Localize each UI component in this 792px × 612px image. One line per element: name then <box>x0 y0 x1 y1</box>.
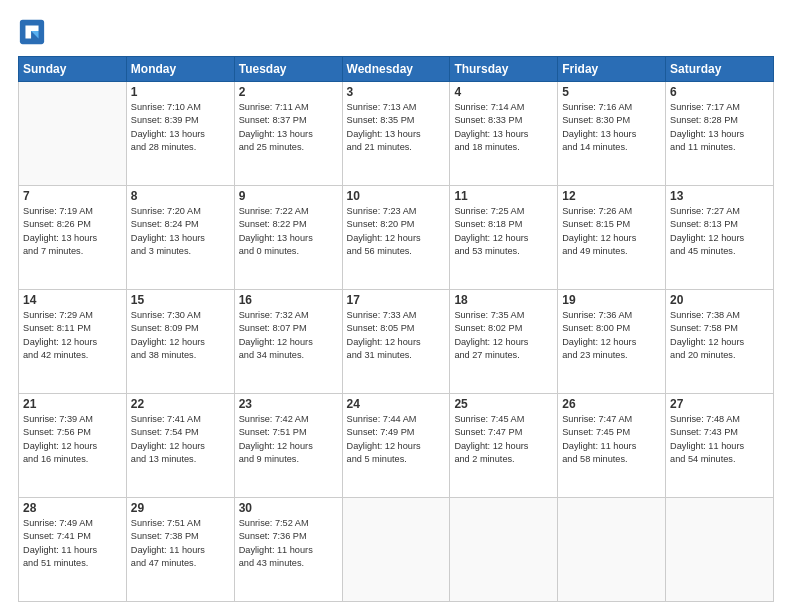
calendar-cell: 29Sunrise: 7:51 AM Sunset: 7:38 PM Dayli… <box>126 498 234 602</box>
calendar-cell: 23Sunrise: 7:42 AM Sunset: 7:51 PM Dayli… <box>234 394 342 498</box>
day-info: Sunrise: 7:32 AM Sunset: 8:07 PM Dayligh… <box>239 309 338 362</box>
day-info: Sunrise: 7:38 AM Sunset: 7:58 PM Dayligh… <box>670 309 769 362</box>
day-number: 21 <box>23 397 122 411</box>
day-info: Sunrise: 7:10 AM Sunset: 8:39 PM Dayligh… <box>131 101 230 154</box>
calendar-cell: 4Sunrise: 7:14 AM Sunset: 8:33 PM Daylig… <box>450 82 558 186</box>
day-number: 23 <box>239 397 338 411</box>
day-info: Sunrise: 7:47 AM Sunset: 7:45 PM Dayligh… <box>562 413 661 466</box>
day-number: 26 <box>562 397 661 411</box>
calendar-cell: 14Sunrise: 7:29 AM Sunset: 8:11 PM Dayli… <box>19 290 127 394</box>
day-number: 3 <box>347 85 446 99</box>
day-number: 11 <box>454 189 553 203</box>
calendar-cell: 16Sunrise: 7:32 AM Sunset: 8:07 PM Dayli… <box>234 290 342 394</box>
day-number: 1 <box>131 85 230 99</box>
week-row-2: 7Sunrise: 7:19 AM Sunset: 8:26 PM Daylig… <box>19 186 774 290</box>
calendar-cell: 18Sunrise: 7:35 AM Sunset: 8:02 PM Dayli… <box>450 290 558 394</box>
weekday-header-wednesday: Wednesday <box>342 57 450 82</box>
day-info: Sunrise: 7:27 AM Sunset: 8:13 PM Dayligh… <box>670 205 769 258</box>
calendar-cell: 21Sunrise: 7:39 AM Sunset: 7:56 PM Dayli… <box>19 394 127 498</box>
logo-icon <box>18 18 46 46</box>
logo <box>18 18 50 46</box>
day-number: 20 <box>670 293 769 307</box>
week-row-4: 21Sunrise: 7:39 AM Sunset: 7:56 PM Dayli… <box>19 394 774 498</box>
calendar-cell: 24Sunrise: 7:44 AM Sunset: 7:49 PM Dayli… <box>342 394 450 498</box>
calendar-cell: 12Sunrise: 7:26 AM Sunset: 8:15 PM Dayli… <box>558 186 666 290</box>
day-info: Sunrise: 7:29 AM Sunset: 8:11 PM Dayligh… <box>23 309 122 362</box>
day-info: Sunrise: 7:33 AM Sunset: 8:05 PM Dayligh… <box>347 309 446 362</box>
day-info: Sunrise: 7:30 AM Sunset: 8:09 PM Dayligh… <box>131 309 230 362</box>
calendar-body: 1Sunrise: 7:10 AM Sunset: 8:39 PM Daylig… <box>19 82 774 602</box>
page: SundayMondayTuesdayWednesdayThursdayFrid… <box>0 0 792 612</box>
calendar-cell: 22Sunrise: 7:41 AM Sunset: 7:54 PM Dayli… <box>126 394 234 498</box>
day-number: 29 <box>131 501 230 515</box>
calendar-cell: 2Sunrise: 7:11 AM Sunset: 8:37 PM Daylig… <box>234 82 342 186</box>
header <box>18 18 774 46</box>
day-number: 16 <box>239 293 338 307</box>
day-number: 22 <box>131 397 230 411</box>
weekday-header-thursday: Thursday <box>450 57 558 82</box>
day-info: Sunrise: 7:49 AM Sunset: 7:41 PM Dayligh… <box>23 517 122 570</box>
calendar-cell <box>558 498 666 602</box>
day-info: Sunrise: 7:17 AM Sunset: 8:28 PM Dayligh… <box>670 101 769 154</box>
weekday-header-sunday: Sunday <box>19 57 127 82</box>
calendar-cell: 10Sunrise: 7:23 AM Sunset: 8:20 PM Dayli… <box>342 186 450 290</box>
day-number: 28 <box>23 501 122 515</box>
calendar-cell: 1Sunrise: 7:10 AM Sunset: 8:39 PM Daylig… <box>126 82 234 186</box>
day-info: Sunrise: 7:16 AM Sunset: 8:30 PM Dayligh… <box>562 101 661 154</box>
weekday-header-saturday: Saturday <box>666 57 774 82</box>
calendar-cell: 8Sunrise: 7:20 AM Sunset: 8:24 PM Daylig… <box>126 186 234 290</box>
calendar-cell: 28Sunrise: 7:49 AM Sunset: 7:41 PM Dayli… <box>19 498 127 602</box>
weekday-header-row: SundayMondayTuesdayWednesdayThursdayFrid… <box>19 57 774 82</box>
day-number: 2 <box>239 85 338 99</box>
day-number: 14 <box>23 293 122 307</box>
day-number: 4 <box>454 85 553 99</box>
day-info: Sunrise: 7:22 AM Sunset: 8:22 PM Dayligh… <box>239 205 338 258</box>
calendar-cell: 19Sunrise: 7:36 AM Sunset: 8:00 PM Dayli… <box>558 290 666 394</box>
calendar-cell: 7Sunrise: 7:19 AM Sunset: 8:26 PM Daylig… <box>19 186 127 290</box>
week-row-5: 28Sunrise: 7:49 AM Sunset: 7:41 PM Dayli… <box>19 498 774 602</box>
day-info: Sunrise: 7:52 AM Sunset: 7:36 PM Dayligh… <box>239 517 338 570</box>
day-number: 30 <box>239 501 338 515</box>
calendar-header: SundayMondayTuesdayWednesdayThursdayFrid… <box>19 57 774 82</box>
day-info: Sunrise: 7:35 AM Sunset: 8:02 PM Dayligh… <box>454 309 553 362</box>
day-info: Sunrise: 7:25 AM Sunset: 8:18 PM Dayligh… <box>454 205 553 258</box>
day-info: Sunrise: 7:19 AM Sunset: 8:26 PM Dayligh… <box>23 205 122 258</box>
calendar-cell: 13Sunrise: 7:27 AM Sunset: 8:13 PM Dayli… <box>666 186 774 290</box>
calendar-table: SundayMondayTuesdayWednesdayThursdayFrid… <box>18 56 774 602</box>
day-info: Sunrise: 7:41 AM Sunset: 7:54 PM Dayligh… <box>131 413 230 466</box>
calendar-cell <box>342 498 450 602</box>
calendar-cell: 5Sunrise: 7:16 AM Sunset: 8:30 PM Daylig… <box>558 82 666 186</box>
day-info: Sunrise: 7:23 AM Sunset: 8:20 PM Dayligh… <box>347 205 446 258</box>
day-number: 19 <box>562 293 661 307</box>
calendar-cell: 11Sunrise: 7:25 AM Sunset: 8:18 PM Dayli… <box>450 186 558 290</box>
day-info: Sunrise: 7:51 AM Sunset: 7:38 PM Dayligh… <box>131 517 230 570</box>
day-number: 7 <box>23 189 122 203</box>
day-number: 17 <box>347 293 446 307</box>
day-info: Sunrise: 7:45 AM Sunset: 7:47 PM Dayligh… <box>454 413 553 466</box>
weekday-header-monday: Monday <box>126 57 234 82</box>
calendar-cell <box>450 498 558 602</box>
day-info: Sunrise: 7:14 AM Sunset: 8:33 PM Dayligh… <box>454 101 553 154</box>
weekday-header-friday: Friday <box>558 57 666 82</box>
day-info: Sunrise: 7:13 AM Sunset: 8:35 PM Dayligh… <box>347 101 446 154</box>
day-info: Sunrise: 7:42 AM Sunset: 7:51 PM Dayligh… <box>239 413 338 466</box>
calendar-cell: 17Sunrise: 7:33 AM Sunset: 8:05 PM Dayli… <box>342 290 450 394</box>
week-row-3: 14Sunrise: 7:29 AM Sunset: 8:11 PM Dayli… <box>19 290 774 394</box>
day-number: 5 <box>562 85 661 99</box>
weekday-header-tuesday: Tuesday <box>234 57 342 82</box>
day-number: 18 <box>454 293 553 307</box>
week-row-1: 1Sunrise: 7:10 AM Sunset: 8:39 PM Daylig… <box>19 82 774 186</box>
day-info: Sunrise: 7:48 AM Sunset: 7:43 PM Dayligh… <box>670 413 769 466</box>
calendar-cell: 3Sunrise: 7:13 AM Sunset: 8:35 PM Daylig… <box>342 82 450 186</box>
day-info: Sunrise: 7:11 AM Sunset: 8:37 PM Dayligh… <box>239 101 338 154</box>
day-info: Sunrise: 7:39 AM Sunset: 7:56 PM Dayligh… <box>23 413 122 466</box>
calendar-cell: 6Sunrise: 7:17 AM Sunset: 8:28 PM Daylig… <box>666 82 774 186</box>
calendar-cell <box>19 82 127 186</box>
day-number: 6 <box>670 85 769 99</box>
day-info: Sunrise: 7:36 AM Sunset: 8:00 PM Dayligh… <box>562 309 661 362</box>
day-number: 10 <box>347 189 446 203</box>
day-number: 9 <box>239 189 338 203</box>
day-number: 25 <box>454 397 553 411</box>
calendar-cell: 26Sunrise: 7:47 AM Sunset: 7:45 PM Dayli… <box>558 394 666 498</box>
day-info: Sunrise: 7:20 AM Sunset: 8:24 PM Dayligh… <box>131 205 230 258</box>
